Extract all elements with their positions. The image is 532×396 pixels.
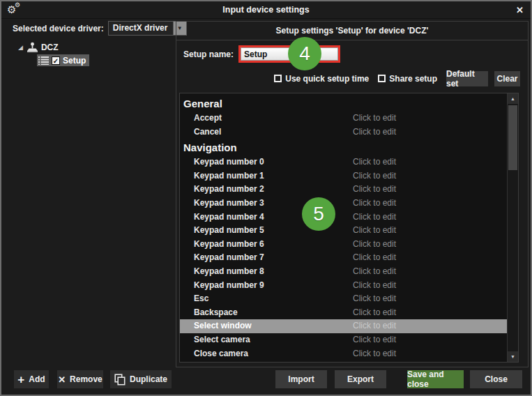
remove-x-icon: ✕ (58, 374, 66, 385)
duplicate-icon (114, 374, 126, 386)
setup-name-label: Setup name: (183, 50, 234, 59)
list-item-cancel[interactable]: CancelClick to edit (180, 125, 507, 139)
action-name-label: Keypad number 3 (194, 197, 264, 211)
action-name-label: Select camera (194, 333, 250, 347)
default-set-button[interactable]: Default set (446, 71, 488, 86)
click-to-edit-hint[interactable]: Click to edit (353, 306, 396, 320)
click-to-edit-hint[interactable]: Click to edit (353, 319, 396, 333)
list-item-select-window[interactable]: Select windowClick to edit (180, 319, 507, 333)
scroll-up-button[interactable]: ▲ (508, 93, 518, 104)
click-to-edit-hint[interactable]: Click to edit (353, 169, 396, 183)
click-to-edit-hint[interactable]: Click to edit (353, 333, 396, 347)
joystick-icon (26, 42, 38, 53)
export-button[interactable]: Export (335, 370, 386, 388)
use-quick-setup-time-checkbox[interactable] (274, 75, 282, 82)
scroll-down-icon: ▼ (510, 354, 515, 359)
list-item-keypad-number-7[interactable]: Keypad number 7Click to edit (180, 251, 507, 265)
list-item-keypad-number-0[interactable]: Keypad number 0Click to edit (180, 155, 507, 169)
list-item-keypad-number-1[interactable]: Keypad number 1Click to edit (180, 169, 507, 183)
list-item-keypad-number-3[interactable]: Keypad number 3Click to edit (180, 197, 507, 211)
action-name-label: Keypad number 0 (194, 155, 264, 169)
action-name-label: Accept (194, 112, 222, 125)
add-button-label: Add (29, 374, 45, 384)
click-to-edit-hint[interactable]: Click to edit (353, 112, 396, 125)
click-to-edit-hint[interactable]: Click to edit (353, 292, 396, 306)
device-driver-label: Selected device driver: (13, 24, 104, 33)
action-name-label: Keypad number 8 (194, 265, 264, 279)
tree-node-device[interactable]: ◢ DCZ (18, 42, 89, 53)
panel-header: Setup settings 'Setup' for device 'DCZ' (176, 22, 528, 40)
share-setup-checkbox[interactable] (378, 75, 386, 82)
section-title-navigation: Navigation (180, 139, 507, 155)
add-button[interactable]: + Add (14, 370, 49, 388)
click-to-edit-hint[interactable]: Click to edit (353, 183, 396, 197)
settings-list-content: GeneralAcceptClick to editCancelClick to… (180, 93, 507, 362)
device-driver-value: DirectX driver (109, 22, 173, 35)
action-name-label: Keypad number 1 (194, 169, 264, 183)
scroll-down-button[interactable]: ▼ (508, 351, 518, 362)
tree-expander-icon[interactable]: ◢ (18, 45, 23, 51)
setup-options-row: Use quick setup time Share setup Default… (274, 70, 520, 86)
click-to-edit-hint[interactable]: Click to edit (353, 125, 396, 139)
list-item-close-camera[interactable]: Close cameraClick to edit (180, 347, 507, 361)
device-driver-dropdown[interactable]: DirectX driver ▼ (108, 21, 187, 36)
annotation-badge-4: 4 (288, 37, 321, 70)
action-name-label: Keypad number 5 (194, 224, 264, 238)
list-item-keypad-number-2[interactable]: Keypad number 2Click to edit (180, 183, 507, 197)
click-to-edit-hint[interactable]: Click to edit (353, 211, 396, 224)
list-item-esc[interactable]: EscClick to edit (180, 292, 507, 306)
list-item-keypad-number-4[interactable]: Keypad number 4Click to edit (180, 211, 507, 224)
close-button[interactable]: Close (470, 370, 522, 388)
device-tree: ◢ DCZ ✓ Setup (18, 42, 89, 66)
list-item-keypad-number-5[interactable]: Keypad number 5Click to edit (180, 224, 507, 238)
share-setup-label: Share setup (389, 74, 437, 84)
action-mapping-list: GeneralAcceptClick to editCancelClick to… (179, 93, 519, 363)
action-name-label: Keypad number 4 (194, 211, 264, 224)
list-item-select-camera[interactable]: Select cameraClick to edit (180, 333, 507, 347)
remove-button[interactable]: ✕ Remove (57, 370, 103, 388)
click-to-edit-hint[interactable]: Click to edit (353, 224, 396, 238)
scrollbar[interactable]: ▲ ▼ (507, 93, 518, 362)
action-name-label: Keypad number 9 (194, 279, 264, 293)
remove-button-label: Remove (70, 374, 102, 384)
window-title: Input device settings (1, 1, 531, 19)
close-icon[interactable]: ✕ (516, 1, 524, 19)
action-name-label: Esc (194, 292, 208, 306)
action-name-label: Cancel (194, 125, 221, 139)
import-button[interactable]: Import (275, 370, 327, 388)
clear-button[interactable]: Clear (494, 71, 520, 86)
click-to-edit-hint[interactable]: Click to edit (353, 279, 396, 293)
action-name-label: Keypad number 2 (194, 183, 264, 197)
click-to-edit-hint[interactable]: Click to edit (353, 251, 396, 265)
tree-node-setup[interactable]: ✓ Setup (37, 54, 89, 66)
scrollbar-thumb[interactable] (508, 105, 517, 170)
scroll-up-icon: ▲ (510, 96, 515, 101)
action-name-label: Keypad number 7 (194, 251, 264, 265)
action-name-label: Backspace (194, 306, 238, 320)
save-and-close-button[interactable]: Save and close (407, 370, 464, 388)
list-item-backspace[interactable]: BackspaceClick to edit (180, 306, 507, 320)
setup-checkbox[interactable]: ✓ (52, 56, 60, 65)
click-to-edit-hint[interactable]: Click to edit (353, 265, 396, 279)
list-item-keypad-number-9[interactable]: Keypad number 9Click to edit (180, 279, 507, 293)
section-title-general: General (180, 95, 507, 112)
click-to-edit-hint[interactable]: Click to edit (353, 347, 396, 361)
title-bar: ⚙ ⚙ Input device settings ✕ (1, 1, 531, 19)
input-device-settings-dialog: ⚙ ⚙ Input device settings ✕ Selected dev… (0, 0, 532, 396)
action-name-label: Select window (194, 319, 252, 333)
click-to-edit-hint[interactable]: Click to edit (353, 197, 396, 211)
list-item-keypad-number-8[interactable]: Keypad number 8Click to edit (180, 265, 507, 279)
list-item-accept[interactable]: AcceptClick to edit (180, 112, 507, 125)
duplicate-button[interactable]: Duplicate (110, 370, 172, 388)
tree-device-label: DCZ (41, 43, 59, 52)
action-name-label: Close camera (194, 347, 248, 361)
annotation-badge-5: 5 (302, 197, 335, 231)
tree-setup-label: Setup (63, 56, 86, 66)
duplicate-button-label: Duplicate (130, 374, 167, 384)
action-name-label: Keypad number 6 (194, 238, 264, 252)
device-driver-row: Selected device driver: DirectX driver ▼ (13, 21, 187, 36)
click-to-edit-hint[interactable]: Click to edit (353, 155, 396, 169)
list-item-keypad-number-6[interactable]: Keypad number 6Click to edit (180, 238, 507, 252)
click-to-edit-hint[interactable]: Click to edit (353, 238, 396, 252)
use-quick-setup-time-label: Use quick setup time (285, 74, 369, 84)
